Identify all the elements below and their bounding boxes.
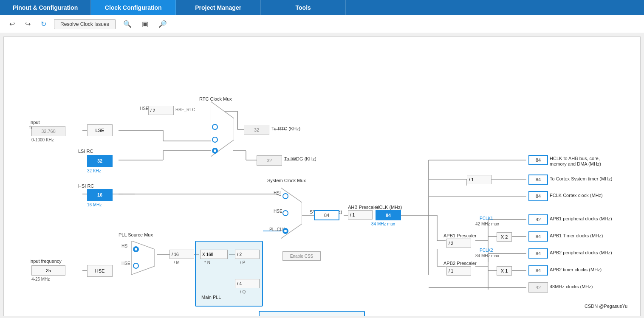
hclk-ahb-label2: memory and DMA (MHz) <box>550 161 601 166</box>
watermark: CSDN @PegasusYu <box>585 304 627 309</box>
input-freq-bottom-range: 4-26 MHz <box>31 277 50 281</box>
rtc-clock-mux-label: RTC Clock Mux <box>199 96 232 101</box>
clk48-val-box: 42 <box>528 282 548 293</box>
lse-box: LSE <box>87 124 113 136</box>
hclk-label: HCLK (MHz) <box>376 205 402 210</box>
div-p-label: / P <box>240 260 245 265</box>
hsi-mhz: 16 MHz <box>87 203 102 207</box>
hse-rtc-div-select[interactable]: / 2/ 3/ 4 <box>148 106 174 115</box>
rtc-mux-radio-lsi[interactable] <box>212 148 218 154</box>
mult-n-label: * N <box>204 260 210 265</box>
top-nav: Pinout & Configuration Clock Configurati… <box>0 0 644 15</box>
zoom-in-button[interactable]: 🔍 <box>121 18 134 30</box>
hsi-box: 16 <box>87 189 113 201</box>
rtc-mux-radio-lse[interactable] <box>212 137 218 143</box>
div-q-label: / Q <box>240 290 246 294</box>
lsi-khz: 32 KHz <box>87 169 101 173</box>
apb2-periph-val-box: 84 <box>528 248 548 259</box>
sys-mux-radio-hsi[interactable] <box>282 193 288 199</box>
div-m-label: / M <box>174 260 180 265</box>
apb1-timer-val-box: 84 <box>528 231 548 242</box>
to-iwdg-label: To IWDG (KHz) <box>284 156 316 161</box>
ahb-prescaler-label: AHB Prescaler <box>348 205 378 210</box>
undo-button[interactable]: ↩ <box>7 18 17 30</box>
hse-div-label: HSE <box>140 106 149 111</box>
apb2-div-select[interactable]: / 1/ 2/ 4 <box>446 266 471 276</box>
clock-diagram: Input frequency 32.768 0-1000 KHz LSE LS… <box>4 37 633 313</box>
apb2-timer-x1-box: X 1 <box>497 266 512 276</box>
pclk2-max: 84 MHz max <box>475 253 499 258</box>
apb1-periph-label: APB1 peripheral clocks (MHz) <box>550 216 612 221</box>
pclk2-label: PCLK2 <box>480 248 493 253</box>
lsi-rc-label: LSI RC <box>78 149 93 154</box>
fclk-val-box: 84 <box>528 191 548 201</box>
enable-css-button[interactable]: Enable CSS <box>282 251 321 261</box>
zoom-out-button[interactable]: 🔎 <box>156 18 169 30</box>
plli2sclk-label: PLLI2SCLK <box>367 316 389 316</box>
apb1-timer-x2-box: X 2 <box>497 232 512 242</box>
pll-hsi-label: HSI <box>121 244 129 248</box>
to-rtc-label: To RTC (KHz) <box>271 126 300 131</box>
main-pll-label: Main PLL <box>201 295 221 300</box>
hclk-ahb-val-box: 84 <box>528 155 548 165</box>
apb2-timer-label: APB2 timer clocks (MHz) <box>550 267 602 272</box>
input-freq-bottom-box: 25 <box>31 265 65 276</box>
rtc-mux-radio-hse[interactable] <box>212 124 218 130</box>
ahb-div-select[interactable]: / 1/ 2/ 4 <box>348 210 373 220</box>
lsi-box: 32 <box>87 155 113 167</box>
pclk1-max: 42 MHz max <box>475 222 499 226</box>
input-freq-bottom-label: Input frequency <box>29 259 62 264</box>
mult-n-select[interactable]: X 168X 192X 84 <box>200 250 228 259</box>
hse-rtc-label: HSE_RTC <box>175 107 195 112</box>
sys-mux-radio-pll[interactable] <box>282 228 288 234</box>
clk48-label: 48MHz clocks (MHz) <box>550 284 593 289</box>
sysclk-box: 84 <box>314 210 339 220</box>
nav-clock[interactable]: Clock Configuration <box>91 0 176 15</box>
pll-mux-shape <box>131 241 155 275</box>
toolbar: ↩ ↪ ↻ Resolve Clock Issues 🔍 ▣ 🔎 <box>0 15 644 33</box>
apb1-timer-label: APB1 Timer clocks (MHz) <box>550 233 603 238</box>
refresh-button[interactable]: ↻ <box>38 18 49 30</box>
sys-hsi-label: HSI <box>274 191 281 195</box>
fit-button[interactable]: ▣ <box>139 18 151 30</box>
div-m-select[interactable]: / 16/ 8/ 4 <box>169 250 194 259</box>
cortex-timer-label: To Cortex System timer (MHz) <box>550 176 612 181</box>
apb1-div-select[interactable]: / 2/ 1/ 4 <box>446 239 471 248</box>
input-freq-top-range: 0-1000 KHz <box>31 138 54 142</box>
nav-project[interactable]: Project Manager <box>176 0 261 15</box>
sys-clock-mux-label: System Clock Mux <box>267 178 306 183</box>
pll-mux-radio-hsi[interactable] <box>133 246 139 252</box>
hclk-max: 84 MHz max <box>371 222 395 226</box>
hclk-ahb-label: HCLK to AHB bus, core, <box>550 156 600 161</box>
main-content: Input frequency 32.768 0-1000 KHz LSE LS… <box>3 37 641 316</box>
fclk-label: FCLK Cortex clock (MHz) <box>550 193 603 198</box>
apb1-prescaler-label: APB1 Prescaler <box>443 233 477 238</box>
plli2s-box <box>259 311 365 316</box>
cortex-timer-val-box: 84 <box>528 174 548 185</box>
svg-marker-57 <box>131 241 155 275</box>
to-rtc-box: 32 <box>244 125 269 135</box>
sys-mux-radio-hse[interactable] <box>282 210 288 216</box>
apb2-periph-label: APB2 peripheral clocks (MHz) <box>550 250 612 255</box>
hse-box: HSE <box>87 265 113 277</box>
hsi-rc-label: HSI RC <box>78 183 94 189</box>
hclk-box: 84 <box>376 210 401 220</box>
resolve-clock-button[interactable]: Resolve Clock Issues <box>54 19 116 29</box>
apb1-periph-val-box: 42 <box>528 214 548 225</box>
div-p-select[interactable]: / 2/ 4/ 6/ 8 <box>235 250 260 259</box>
redo-button[interactable]: ↪ <box>23 18 33 30</box>
apb2-prescaler-label: APB2 Prescaler <box>443 261 477 266</box>
pclk1-label: PCLK1 <box>480 216 493 221</box>
pll-mux-radio-hse[interactable] <box>133 263 139 269</box>
nav-tools[interactable]: Tools <box>261 0 346 15</box>
pll-source-mux-label: PLL Source Mux <box>119 232 153 237</box>
div-q-select[interactable]: / 4/ 2/ 6/ 8 <box>235 279 260 288</box>
apb2-timer-val-box: 84 <box>528 265 548 276</box>
pll-hse-label: HSE <box>121 261 130 266</box>
to-iwdg-box: 32 <box>257 155 282 166</box>
nav-pinout[interactable]: Pinout & Configuration <box>0 0 91 15</box>
cortex-div-select[interactable]: / 1/ 8 <box>467 175 491 184</box>
sys-hse-label: HSE <box>274 209 282 214</box>
input-freq-top-box: 32.768 <box>31 126 65 136</box>
